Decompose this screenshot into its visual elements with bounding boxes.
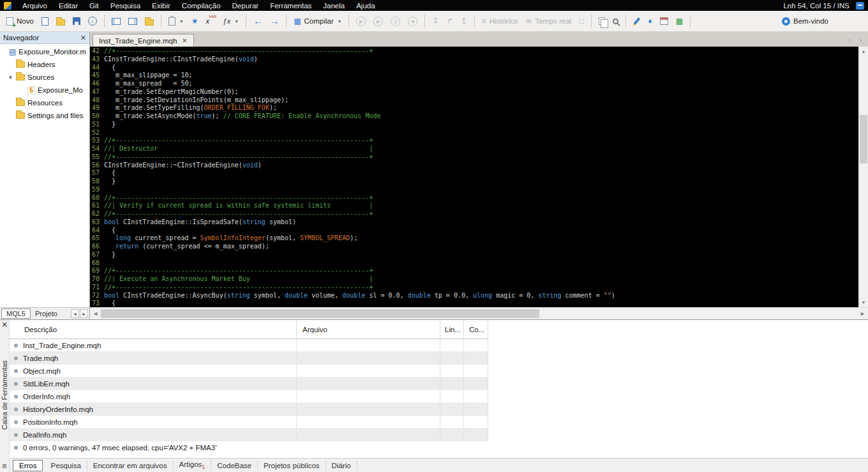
functions-button[interactable]: ƒx▼ [220, 15, 242, 27]
chat-icon[interactable] [856, 2, 864, 10]
menu-item-janela[interactable]: Janela [317, 1, 350, 10]
toolbox-tab-di-rio[interactable]: Diário [326, 461, 357, 471]
scroll-left-icon[interactable]: ◄ [90, 308, 101, 319]
close-icon[interactable]: ✕ [80, 34, 86, 42]
toolbox-tab-codebase[interactable]: CodeBase [211, 461, 258, 471]
scroll-up-icon[interactable]: ▲ [859, 47, 868, 56]
menu-item-ferramentas[interactable]: Ferramentas [264, 1, 317, 10]
toolbox-row-trade-mqh[interactable]: Trade.mqh [10, 352, 488, 365]
debug-start-button[interactable]: ▶ [353, 15, 369, 28]
download-button[interactable]: ↓ [85, 15, 100, 27]
tab-scroll-left-icon[interactable]: ‹ [845, 34, 855, 44]
toolbox-row-historyorderinfo-mqh[interactable]: HistoryOrderInfo.mqh [10, 403, 488, 416]
file-bullet-icon [14, 369, 18, 373]
toolbox-tab-projetos-p-blicos[interactable]: Projetos públicos [258, 461, 326, 471]
menu-item-arquivo[interactable]: Arquivo [17, 1, 53, 10]
tree-item-headers[interactable]: Headers [0, 58, 89, 71]
compile-button[interactable]: ▦ Compilar ▼ [290, 15, 345, 27]
horizontal-scrollbar-track[interactable] [101, 308, 857, 319]
variables-button[interactable]: x [203, 15, 219, 27]
toolbar-separator [104, 15, 105, 27]
line-number: 50 [90, 112, 104, 121]
toolbox-row-object-mqh[interactable]: Object.mqh [10, 365, 488, 377]
toolbox-row-positioninfo-mqh[interactable]: PositionInfo.mqh [10, 416, 488, 429]
row-file-cell [297, 390, 440, 403]
tree-item-exposure-monitor-m[interactable]: ▤Exposure_Monitor.m [0, 45, 89, 58]
snippets-button[interactable]: ▼ [165, 15, 187, 27]
toolbox-row-dealinfo-mqh[interactable]: DealInfo.mqh [10, 429, 488, 441]
toolbox-tab-pesquisa[interactable]: Pesquisa [45, 461, 87, 471]
toggle-toolbox-button[interactable] [125, 16, 140, 27]
tree-item-exposure-mo[interactable]: 5Exposure_Mo [0, 84, 89, 96]
toolbox-tabs: ErrosPesquisaEncontrar em arquivosArtigo… [10, 458, 868, 472]
menu-item-ajuda[interactable]: Ajuda [350, 1, 380, 10]
navigator-tab-projeto[interactable]: Projeto [31, 309, 62, 318]
navigator-tab-scroll-left-icon[interactable]: ◂ [71, 309, 79, 318]
horizontal-scrollbar-thumb[interactable] [101, 309, 539, 318]
step-over-button[interactable]: ↱ [444, 15, 456, 27]
menu-item-depurar[interactable]: Depurar [227, 1, 265, 10]
objects-button[interactable]: ♦ [645, 15, 655, 27]
scroll-down-icon[interactable]: ▼ [859, 298, 868, 307]
new-window-button[interactable] [38, 15, 52, 27]
step-into-button[interactable]: ↧ [429, 15, 442, 27]
panel-list-icon[interactable]: ≣ [2, 462, 7, 472]
debug-stop-button[interactable]: ■ [405, 15, 421, 28]
realtime-button[interactable]: ≋ Tempo real [522, 15, 574, 27]
column-header-description[interactable]: Descrição [10, 320, 297, 339]
navigate-back-button[interactable]: ← [250, 15, 266, 27]
styler-button[interactable]: ★ [188, 15, 202, 27]
tree-item-resources[interactable]: Resources [0, 96, 89, 109]
navigate-forward-button[interactable]: → [267, 15, 282, 27]
toggle-navigator-button[interactable] [108, 16, 124, 27]
menu-item-pesquisa[interactable]: Pesquisa [105, 1, 146, 10]
expander-icon[interactable]: ▾ [8, 74, 13, 80]
toolbox-row-stdliberr-mqh[interactable]: StdLibErr.mqh [10, 377, 488, 390]
scroll-right-icon[interactable]: ► [857, 308, 868, 319]
menu-item-exibir[interactable]: Exibir [146, 1, 176, 10]
step-out-button[interactable]: ↥ [458, 15, 470, 27]
toolbox-vertical-title: Caixa de Ferramentas [1, 328, 8, 462]
open-button[interactable] [53, 15, 68, 27]
menu-item-editar[interactable]: Editar [53, 1, 84, 10]
search-button[interactable] [610, 17, 622, 26]
horizontal-scrollbar[interactable]: ◄ ► [90, 307, 868, 319]
menu-item-git[interactable]: Git [84, 1, 105, 10]
toolbox-row-orderinfo-mqh[interactable]: OrderInfo.mqh [10, 390, 488, 403]
menu-item-compila-o[interactable]: Compilação [176, 1, 227, 10]
toolbox-tab-artigos[interactable]: Artigos1 [174, 459, 212, 471]
toolbox-row-inst-trade-engine-mqh[interactable]: Inst_Trade_Engine.mqh [10, 339, 488, 352]
debug-pause-button[interactable]: ∥ [387, 15, 403, 28]
code-editor[interactable]: 42//+-----------------------------------… [90, 47, 858, 307]
show-files-button[interactable] [142, 15, 157, 27]
debug-start-history-button[interactable]: ▶ [370, 15, 386, 28]
row-column-cell [464, 403, 488, 416]
close-toolbox-icon[interactable]: ✕ [1, 320, 7, 328]
welcome-button[interactable]: Bem-vindo [779, 15, 832, 27]
tree-item-label: Exposure_Monitor.m [19, 48, 86, 56]
table-button[interactable]: ▦ [673, 15, 686, 27]
editor-tab-inst-trade-engine[interactable]: Inst_Trade_Engine.mqh ✕ [93, 34, 194, 47]
save-button[interactable] [70, 15, 84, 27]
close-tab-icon[interactable]: ✕ [182, 37, 187, 44]
navigator-tab-scroll-right-icon[interactable]: ▸ [80, 309, 88, 318]
row-description: Inst_Trade_Engine.mqh [23, 342, 101, 349]
toolbox-tab-label: Erros [19, 462, 36, 469]
toolbox-tab-encontrar-em-arquivos[interactable]: Encontrar em arquivos [87, 461, 174, 471]
vertical-scrollbar[interactable]: ▲ ▼ [858, 47, 868, 307]
column-header-file[interactable]: Arquivo [297, 320, 440, 339]
column-header-column[interactable]: Co... [464, 320, 488, 339]
navigator-tab-mql5[interactable]: MQL5 [1, 308, 31, 319]
tree-item-sources[interactable]: ▾Sources [0, 71, 89, 84]
copy-button[interactable] [595, 15, 608, 27]
tree-item-settings-and-files[interactable]: Settings and files [0, 109, 89, 122]
vertical-scrollbar-thumb[interactable] [860, 115, 867, 164]
new-button[interactable]: Novo [3, 15, 37, 27]
toolbox-tab-erros[interactable]: Erros [13, 460, 43, 471]
column-header-line[interactable]: Lin... [440, 320, 464, 339]
calendar-button[interactable] [657, 15, 671, 27]
chart-button[interactable]: □ [576, 15, 587, 27]
tab-scroll-right-icon[interactable]: › [856, 34, 865, 44]
history-button[interactable]: ≡ Histórico [479, 15, 521, 27]
edit-button[interactable] [630, 15, 644, 27]
